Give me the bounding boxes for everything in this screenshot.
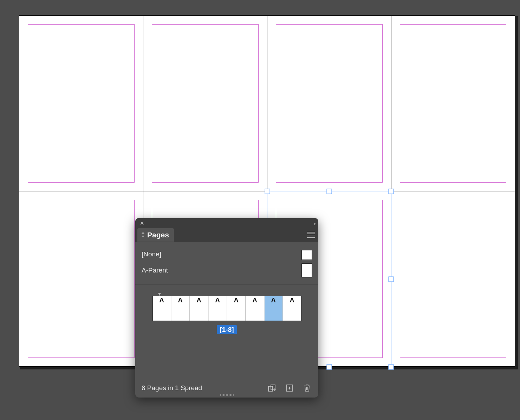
panel-spacer xyxy=(135,338,318,380)
tab-pages[interactable]: Pages xyxy=(137,228,174,242)
page-thumb-7[interactable]: A xyxy=(264,296,283,321)
close-icon[interactable]: ✕ xyxy=(139,220,145,227)
page-1[interactable] xyxy=(19,15,143,191)
master-none[interactable]: [None] xyxy=(142,246,312,262)
panel-titlebar[interactable]: ✕ ‹‹ xyxy=(135,218,318,228)
master-thumb-none[interactable] xyxy=(301,250,312,260)
margin-guide xyxy=(276,24,383,183)
page-thumb-3[interactable]: A xyxy=(190,296,208,321)
svg-rect-0 xyxy=(268,386,273,391)
thumb-label: A xyxy=(209,296,227,304)
thumb-label: A xyxy=(171,296,189,304)
sort-icon xyxy=(141,232,145,238)
thumb-label: A xyxy=(265,296,282,304)
thumb-label: A xyxy=(190,296,208,304)
margin-guide xyxy=(152,24,259,183)
page-thumb-5[interactable]: A xyxy=(227,296,246,321)
pages-panel[interactable]: ✕ ‹‹ Pages [None] A-Parent ▼ AAAAAAAA [1… xyxy=(135,218,318,398)
page-thumb-2[interactable]: A xyxy=(171,296,190,321)
page-thumb-6[interactable]: A xyxy=(246,296,264,321)
thumb-label: A xyxy=(153,296,171,304)
edit-page-size-button[interactable] xyxy=(267,383,277,393)
page-thumb-8[interactable]: A xyxy=(283,296,301,321)
new-page-button[interactable] xyxy=(285,383,294,393)
thumb-row: AAAAAAAA xyxy=(152,296,301,321)
page-2[interactable] xyxy=(143,15,267,191)
status-text: 8 Pages in 1 Spread xyxy=(142,384,259,392)
panel-tabbar: Pages xyxy=(135,228,318,242)
margin-guide xyxy=(400,200,506,358)
tab-label: Pages xyxy=(147,231,169,239)
panel-menu-icon[interactable] xyxy=(307,232,315,238)
master-label: [None] xyxy=(142,250,161,258)
master-thumb-a[interactable] xyxy=(301,263,312,277)
page-thumbs-area: ▼ AAAAAAAA [1-8] xyxy=(135,284,318,338)
delete-page-button[interactable] xyxy=(302,383,312,393)
page-8[interactable] xyxy=(391,191,515,367)
master-a-parent[interactable]: A-Parent xyxy=(142,262,312,278)
page-4[interactable] xyxy=(391,15,515,191)
resize-grip-icon[interactable] xyxy=(215,394,239,397)
master-label: A-Parent xyxy=(142,267,168,274)
page-range-label[interactable]: [1-8] xyxy=(217,325,236,334)
page-5[interactable] xyxy=(19,191,143,367)
panel-footer: 8 Pages in 1 Spread xyxy=(135,380,318,398)
margin-guide xyxy=(400,24,506,183)
collapse-icon[interactable]: ‹‹ xyxy=(313,221,315,227)
thumb-label: A xyxy=(246,296,264,304)
page-thumb-4[interactable]: A xyxy=(208,296,227,321)
margin-guide xyxy=(28,24,135,183)
page-thumb-1[interactable]: A xyxy=(152,296,171,321)
thumb-label: A xyxy=(227,296,245,304)
thumb-label: A xyxy=(283,296,301,304)
masters-list: [None] A-Parent xyxy=(135,242,318,284)
page-3[interactable] xyxy=(267,15,391,191)
margin-guide xyxy=(28,200,135,358)
